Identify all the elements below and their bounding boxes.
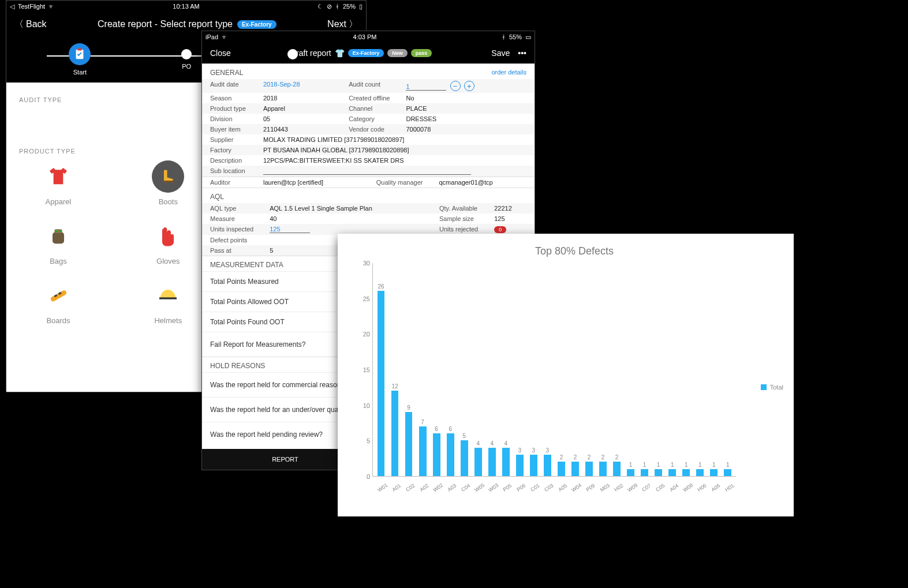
legend-swatch — [761, 384, 767, 390]
bar-A03: 6 — [444, 426, 456, 476]
bar-P09: 2 — [583, 454, 595, 476]
status-time-2: 4:03 PM — [228, 33, 502, 40]
bar-value-label: 9 — [407, 405, 410, 411]
status-bar-2: iPad ᯤ 4:03 PM ᚼ 55% ▭ — [202, 31, 535, 43]
y-tick: 20 — [363, 331, 370, 338]
helmet-icon — [152, 279, 184, 312]
bar-H02: 2 — [611, 454, 623, 476]
status-battery-2: 55% — [509, 33, 522, 40]
bar-C03: 3 — [541, 447, 553, 476]
product-boards[interactable]: Boards — [29, 279, 87, 325]
x-tick: H01 — [723, 482, 736, 493]
bar — [530, 455, 537, 476]
bar-C07: 1 — [639, 462, 651, 476]
bar-value-label: 1 — [629, 462, 633, 468]
step-po[interactable]: PO — [181, 49, 192, 70]
units-inspected-value[interactable]: 125 — [270, 226, 310, 233]
general-table: Audit date2018-Sep-28 Audit count 1 − + … — [202, 79, 535, 177]
bar — [378, 291, 385, 476]
orientation-lock-icon: ⊘ — [327, 3, 332, 10]
bar — [461, 440, 468, 476]
status-app: TestFlight — [18, 3, 45, 10]
svg-rect-3 — [53, 232, 64, 244]
pill-new: New — [387, 49, 408, 57]
next-button[interactable]: Next 〉 — [327, 18, 358, 31]
bar-W08: 1 — [681, 462, 692, 476]
save-button[interactable]: Save — [491, 48, 510, 58]
bar — [641, 469, 648, 476]
y-tick: 0 — [367, 473, 370, 480]
bar-A06: 1 — [708, 462, 720, 476]
product-helmets[interactable]: Helmets — [139, 279, 197, 325]
bar-value-label: 2 — [615, 454, 619, 460]
y-tick: 10 — [363, 402, 370, 409]
close-button[interactable]: Close — [210, 48, 231, 58]
legend-label: Total — [770, 384, 783, 391]
backpack-icon — [42, 220, 74, 252]
x-tick: H06 — [696, 482, 708, 493]
x-tick: C05 — [653, 482, 666, 493]
audit-count-value[interactable]: 1 — [406, 83, 446, 91]
bar-value-label: 6 — [435, 426, 438, 432]
bar-value-label: 7 — [421, 419, 424, 425]
battery-icon: ▯ — [359, 3, 363, 10]
bar — [724, 469, 731, 476]
chart-title: Top 80% Defects — [367, 245, 782, 257]
product-boots[interactable]: Boots — [139, 160, 197, 206]
bar — [627, 469, 634, 476]
bar — [668, 469, 676, 476]
bar-value-label: 4 — [490, 440, 494, 447]
chevron-right-icon: 〉 — [349, 18, 358, 31]
svg-rect-1 — [78, 48, 82, 51]
bar-P05: 4 — [500, 440, 511, 476]
svg-rect-7 — [50, 290, 67, 302]
svg-rect-10 — [159, 297, 177, 299]
product-apparel[interactable]: Apparel — [29, 160, 87, 206]
bar — [502, 448, 510, 476]
order-details-link[interactable]: order details — [491, 69, 526, 77]
step-label: Start — [73, 69, 87, 76]
bar — [696, 469, 704, 476]
moon-icon: ☾ — [317, 3, 323, 10]
step-start[interactable]: Start — [69, 43, 91, 76]
chart-legend: Total — [761, 384, 783, 391]
bar — [571, 462, 579, 476]
bar — [613, 462, 621, 476]
boot-icon — [152, 160, 184, 193]
more-icon[interactable]: ••• — [518, 48, 526, 58]
plus-button[interactable]: + — [464, 81, 474, 91]
status-time: 10:13 AM — [55, 3, 317, 10]
bar — [488, 448, 496, 476]
next-label: Next — [327, 19, 346, 29]
back-button[interactable]: 〈 Back — [14, 18, 47, 31]
bar — [655, 469, 662, 476]
x-tick: A01 — [390, 482, 403, 493]
bluetooth-icon: ᚼ — [502, 33, 506, 40]
bar-value-label: 3 — [546, 447, 550, 454]
bar — [516, 455, 524, 476]
step-factory[interactable]: Factory — [282, 49, 304, 70]
bar-C05: 1 — [653, 462, 664, 476]
sublocation-input[interactable] — [263, 167, 471, 175]
bluetooth-icon: ᚼ — [335, 3, 339, 10]
x-tick: H02 — [612, 482, 625, 493]
bar-value-label: 2 — [588, 454, 591, 460]
pill-pass: pass — [411, 49, 432, 57]
product-gloves[interactable]: Gloves — [139, 220, 197, 265]
audit-date-value[interactable]: 2018-Sep-28 — [255, 79, 341, 93]
bar — [419, 426, 427, 476]
snowboard-icon — [42, 279, 74, 312]
product-bags[interactable]: Bags — [29, 220, 87, 265]
bar-W02: 6 — [431, 426, 442, 476]
y-tick: 25 — [363, 295, 370, 302]
chart-area: 051015202530 261297665444333222221111111… — [372, 263, 736, 488]
device-label: iPad — [205, 33, 218, 40]
bar — [391, 391, 399, 476]
back-label: Back — [26, 19, 47, 29]
bar-H06: 1 — [694, 462, 706, 476]
glove-icon — [152, 220, 184, 252]
minus-button[interactable]: − — [450, 81, 461, 91]
wifi-icon: ᯤ — [222, 33, 228, 40]
defects-chart-panel: Top 80% Defects 051015202530 26129766544… — [338, 234, 794, 516]
bar-value-label: 3 — [532, 447, 536, 454]
